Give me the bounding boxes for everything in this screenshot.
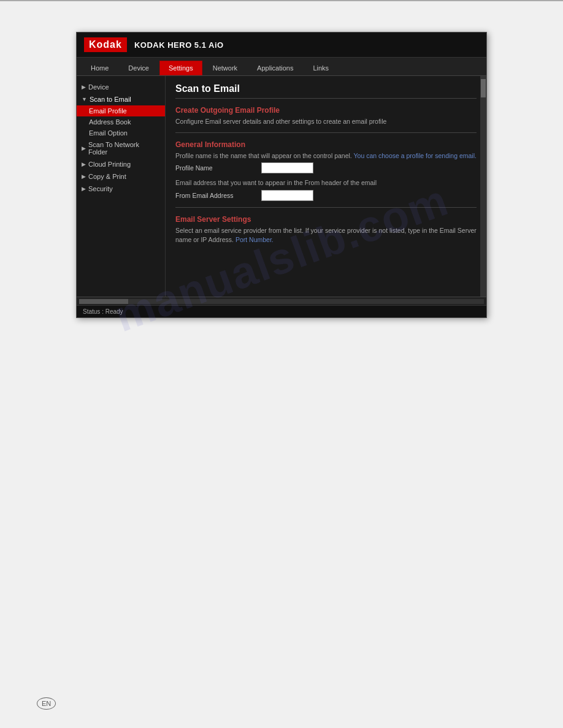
section2-desc2: Email address that you want to appear in… — [175, 178, 477, 188]
en-badge: EN — [37, 697, 56, 710]
sidebar-item-device[interactable]: ▶ Device — [77, 81, 165, 93]
section2-desc1: Profile name is the name that will appea… — [175, 151, 477, 161]
page-wrapper: Kodak KODAK HERO 5.1 AiO Home Device Set… — [0, 0, 563, 728]
sidebar-label-address-book: Address Book — [89, 118, 131, 126]
h-scrollbar-track[interactable] — [79, 299, 484, 304]
browser-window: Kodak KODAK HERO 5.1 AiO Home Device Set… — [76, 32, 487, 318]
scrollbar-track[interactable] — [480, 76, 486, 297]
profile-name-label: Profile Name — [175, 164, 261, 172]
h-scrollbar-area[interactable] — [77, 297, 486, 305]
status-label: Status : — [83, 308, 104, 315]
sidebar-label-device: Device — [88, 83, 109, 91]
section3-header: Email Server Settings — [175, 215, 477, 224]
sidebar-item-security[interactable]: ▶ Security — [77, 183, 165, 195]
sidebar-subitem-email-option[interactable]: Email Option — [77, 127, 165, 138]
tab-home[interactable]: Home — [82, 61, 118, 75]
tab-applications[interactable]: Applications — [248, 61, 302, 75]
tab-device[interactable]: Device — [119, 61, 158, 75]
content-area: Scan to Email Create Outgoing Email Prof… — [166, 76, 486, 297]
sidebar-subitem-address-book[interactable]: Address Book — [77, 116, 165, 127]
sidebar-label-email-option: Email Option — [89, 129, 128, 137]
section2-desc1-text: Profile name is the name that will appea… — [175, 152, 352, 159]
sidebar-label-security: Security — [88, 185, 113, 192]
sidebar-label-copy: Copy & Print — [88, 173, 126, 180]
status-value: Ready — [105, 308, 123, 315]
from-email-label: From Email Address — [175, 192, 261, 199]
arrow-icon-copy: ▶ — [82, 173, 86, 180]
content-title: Scan to Email — [175, 83, 477, 99]
divider-1 — [175, 132, 477, 133]
divider-2 — [175, 207, 477, 208]
arrow-icon-cloud: ▶ — [82, 161, 86, 167]
profile-name-input[interactable] — [261, 162, 313, 173]
from-email-row: From Email Address — [175, 190, 477, 201]
sidebar-item-copy-print[interactable]: ▶ Copy & Print — [77, 170, 165, 183]
kodak-logo: Kodak — [84, 37, 127, 52]
tab-network[interactable]: Network — [204, 61, 247, 75]
device-title: KODAK HERO 5.1 AiO — [134, 40, 224, 50]
sidebar-subitem-email-profile[interactable]: Email Profile — [77, 105, 165, 116]
status-bar: Status : Ready — [77, 305, 486, 317]
arrow-icon-scan-network: ▶ — [82, 145, 86, 151]
sidebar-label-email-profile: Email Profile — [89, 107, 127, 115]
sidebar: ▶ Device ▼ Scan to Email Email Profile A… — [77, 76, 166, 297]
sidebar-item-scan-network[interactable]: ▶ Scan To Network Folder — [77, 138, 165, 158]
section2-header: General Information — [175, 140, 477, 149]
tab-links[interactable]: Links — [304, 61, 338, 75]
main-content: ▶ Device ▼ Scan to Email Email Profile A… — [77, 76, 486, 297]
sidebar-label-cloud: Cloud Printing — [88, 161, 131, 168]
section3-desc-text: Select an email service provider from th… — [175, 227, 477, 243]
section2-desc1-link[interactable]: You can choose a profile for sending ema… — [354, 152, 477, 159]
section1-description: Configure Email server details and other… — [175, 117, 477, 126]
h-scrollbar-thumb[interactable] — [79, 299, 128, 304]
section1-header: Create Outgoing Email Profile — [175, 106, 477, 115]
section3-desc: Select an email service provider from th… — [175, 226, 477, 244]
arrow-icon-scan-email: ▼ — [82, 96, 87, 102]
from-email-input[interactable] — [261, 190, 313, 201]
top-rule — [0, 0, 563, 1]
sidebar-label-scan-network: Scan To Network Folder — [88, 141, 160, 156]
arrow-icon-device: ▶ — [82, 84, 86, 90]
nav-tabs: Home Device Settings Network Application… — [77, 58, 486, 76]
sidebar-label-scan-email: Scan to Email — [90, 96, 131, 103]
tab-settings[interactable]: Settings — [159, 61, 202, 75]
section3-port-link[interactable]: Port Number. — [236, 236, 274, 243]
scrollbar-thumb[interactable] — [481, 79, 486, 97]
sidebar-item-cloud-printing[interactable]: ▶ Cloud Printing — [77, 158, 165, 170]
sidebar-item-scan-to-email[interactable]: ▼ Scan to Email — [77, 93, 165, 105]
arrow-icon-security: ▶ — [82, 186, 86, 192]
header-bar: Kodak KODAK HERO 5.1 AiO — [77, 32, 486, 58]
profile-name-row: Profile Name — [175, 162, 477, 173]
